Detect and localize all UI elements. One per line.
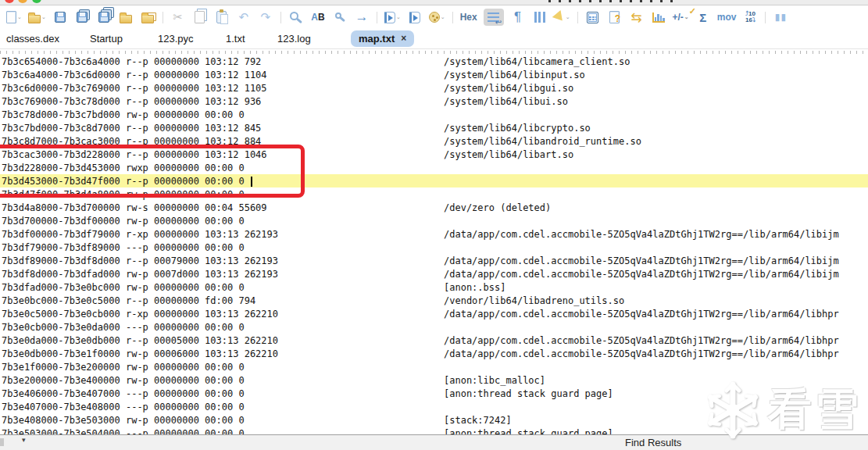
- map-line[interactable]: 7b3c78d000-7b3c7bd000 rw-p 00000000 00:0…: [2, 108, 868, 121]
- map-line[interactable]: 7b3dfad000-7b3e0bc000 rw-p 00000000 00:0…: [2, 280, 868, 294]
- map-line-path: [anon:.bss]: [444, 282, 505, 293]
- save-button[interactable]: [52, 9, 68, 26]
- map-line[interactable]: 7b3e408000-7b3e503000 rw-p 00000000 00:0…: [2, 413, 868, 427]
- toolbar-separator: [280, 12, 281, 23]
- calculator-button[interactable]: [585, 9, 601, 26]
- scripts-button[interactable]: ⌄: [429, 9, 445, 26]
- editor[interactable]: 7b3c654000-7b3c6a4000 r--p 00000000 103:…: [0, 55, 868, 434]
- map-line-path: /dev/zero (deleted): [444, 202, 551, 213]
- map-line[interactable]: 7b3c769000-7b3c78d000 r--p 00000000 103:…: [2, 95, 868, 108]
- find-results-label[interactable]: Find Results: [625, 437, 681, 448]
- tab-1-txt[interactable]: 1.txt: [226, 30, 245, 47]
- map-line-path: /data/app/com.cdel.accmobile-5ZO5qVa4laZ…: [444, 269, 839, 280]
- map-line[interactable]: 7b3e0bc000-7b3e0c5000 r--p 00000000 fd:0…: [2, 294, 868, 307]
- hex-mode-button[interactable]: Hex: [460, 9, 477, 26]
- map-line[interactable]: 7b3c8d7000-7b3cac3000 r--p 00000000 103:…: [2, 134, 868, 148]
- macro-play-button[interactable]: ⌄: [384, 9, 401, 26]
- goto-button[interactable]: →: [354, 9, 370, 26]
- map-line[interactable]: 7b3d228000-7b3d453000 rwxp 00000000 00:0…: [2, 161, 868, 174]
- tab-123-log[interactable]: 123.log: [277, 30, 311, 47]
- base-convert-button[interactable]: ⤴1016⤵: [742, 9, 758, 26]
- close-all-files-button[interactable]: [140, 9, 155, 26]
- map-line-path: /data/app/com.cdel.accmobile-5ZO5qVa4laZ…: [444, 229, 839, 240]
- map-line[interactable]: 7b3df00000-7b3df79000 r-xp 00000000 103:…: [2, 227, 868, 241]
- map-line[interactable]: 7b3e1f0000-7b3e200000 rw-p 00000000 00:0…: [2, 360, 868, 373]
- map-line[interactable]: 7b3d453000-7b3d47f000 r--p 00000000 00:0…: [0, 174, 868, 188]
- map-line[interactable]: 7b3df79000-7b3df89000 ---p 00000000 00:0…: [2, 241, 868, 254]
- paragraph-mark-icon: ¶: [514, 9, 521, 25]
- histogram-icon: [652, 12, 665, 23]
- map-line[interactable]: 7b3c7bd000-7b3c8d7000 r--p 00000000 103:…: [2, 121, 868, 134]
- histogram-button[interactable]: [651, 9, 666, 26]
- tab-123-pyc[interactable]: 123.pyc: [158, 30, 194, 47]
- map-line[interactable]: 7b3c654000-7b3c6a4000 r--p 00000000 103:…: [2, 55, 868, 68]
- zoom-window-button[interactable]: [32, 0, 41, 3]
- status-dropdown-icon[interactable]: ▾: [22, 436, 26, 444]
- replace-button[interactable]: AB: [310, 9, 326, 26]
- sigma-icon: Σ: [699, 11, 706, 24]
- map-line[interactable]: 7b3e0da000-7b3e0db000 r--p 00005000 103:…: [2, 334, 868, 347]
- find-button[interactable]: [288, 9, 304, 26]
- macro-record-icon: [409, 12, 420, 23]
- map-line[interactable]: 7b3c6d0000-7b3c769000 r--p 00000000 103:…: [2, 81, 868, 95]
- window-title-strip: [0, 0, 868, 5]
- map-line-path: /system/lib64/libcamera_client.so: [444, 56, 630, 67]
- map-line[interactable]: 7b3e0c5000-7b3e0cb000 r-xp 00000000 103:…: [2, 307, 868, 320]
- goto-arrow-icon: →: [355, 9, 368, 25]
- highlight-button[interactable]: ⌄: [554, 9, 570, 26]
- map-line-path: /data/app/com.cdel.accmobile-5ZO5qVa4laZ…: [444, 255, 839, 266]
- base-convert-icon: ⤴1016⤵: [745, 11, 755, 23]
- map-line[interactable]: 7b3cac3000-7b3d228000 r--p 00000000 103:…: [2, 148, 868, 161]
- close-window-button[interactable]: [5, 0, 14, 3]
- copy-button[interactable]: [192, 9, 208, 26]
- tab-startup[interactable]: Startup: [90, 30, 123, 47]
- map-line[interactable]: 7b3e0db000-7b3e1f0000 rw-p 00006000 103:…: [2, 347, 868, 360]
- column-mode-button[interactable]: [532, 9, 548, 26]
- sum-button[interactable]: ✓Σ: [695, 9, 711, 26]
- new-file-button[interactable]: ⌄: [6, 9, 22, 26]
- mov-button[interactable]: mov: [717, 9, 737, 26]
- macro-record-button[interactable]: [407, 9, 423, 26]
- map-line[interactable]: 7b3d700000-7b3df00000 rw-p 00000000 00:0…: [2, 214, 868, 227]
- map-line[interactable]: 7b3e406000-7b3e407000 ---p 00000000 00:0…: [2, 387, 868, 400]
- save-as-button[interactable]: [74, 9, 90, 26]
- toolbar-separator: [577, 12, 578, 23]
- map-line-path: [anon:thread stack guard page]: [444, 388, 613, 399]
- map-line[interactable]: 7b3c6a4000-7b3c6d0000 r--p 00000000 103:…: [2, 68, 868, 81]
- redo-icon: ↷: [261, 10, 271, 24]
- map-line[interactable]: 7b3d47f000-7b3d4a8000 rw-p 00000000 00:0…: [2, 188, 868, 201]
- map-line[interactable]: 7b3df89000-7b3df8d000 r--p 00079000 103:…: [2, 254, 868, 267]
- redo-button[interactable]: ↷: [258, 9, 273, 26]
- map-line[interactable]: 7b3e200000-7b3e400000 rw-p 00000000 00:0…: [2, 373, 868, 387]
- ruler: [0, 48, 868, 55]
- tab-map-txt[interactable]: map.txt ×: [351, 30, 414, 47]
- file-properties-button[interactable]: ?: [607, 9, 623, 26]
- open-file-button[interactable]: ⌄: [28, 9, 46, 26]
- save-all-button[interactable]: [96, 9, 112, 26]
- pause-button[interactable]: ▮▮: [773, 9, 788, 26]
- paste-icon: [216, 11, 227, 23]
- cut-button[interactable]: ✂: [170, 9, 186, 26]
- map-line[interactable]: 7b3d4a8000-7b3d700000 rw-s 00000000 00:0…: [2, 201, 868, 214]
- close-tab-icon[interactable]: ×: [401, 30, 406, 47]
- close-file-button[interactable]: [118, 9, 134, 26]
- map-line-path: [anon:libc_malloc]: [444, 375, 545, 386]
- minimize-window-button[interactable]: [18, 0, 27, 3]
- tab-classes-dex[interactable]: classes.dex: [6, 30, 59, 47]
- map-line[interactable]: 7b3e407000-7b3e408000 ---p 00000000 00:0…: [2, 400, 868, 413]
- show-invisibles-button[interactable]: ¶: [510, 9, 526, 26]
- compare-files-button[interactable]: ⇆: [629, 9, 645, 26]
- undo-button[interactable]: ↶: [236, 9, 252, 26]
- map-line[interactable]: 7b3df8d000-7b3dfad000 rw-p 0007d000 103:…: [2, 267, 868, 280]
- find-in-files-button[interactable]: [332, 9, 348, 26]
- paste-button[interactable]: [214, 9, 230, 26]
- map-line[interactable]: 7b3e0cb000-7b3e0da000 ---p 00000000 00:0…: [2, 320, 868, 334]
- toolbar-separator: [377, 12, 377, 23]
- save-as-icon: [77, 12, 88, 23]
- increment-button[interactable]: +/-⌄: [673, 9, 689, 26]
- menu-bar-remnant: [548, 0, 673, 2]
- word-wrap-button[interactable]: [484, 9, 504, 26]
- highlighter-icon: [552, 10, 566, 24]
- map-line[interactable]: 7b3e503000-7b3e504000 ---p 00000000 00:0…: [2, 427, 868, 434]
- text-cursor: [251, 177, 252, 187]
